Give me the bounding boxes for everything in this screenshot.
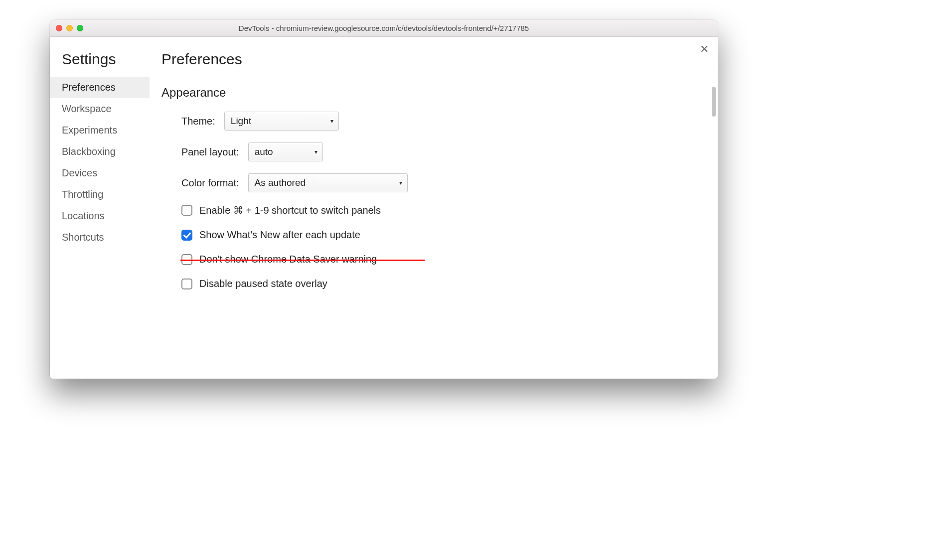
sidebar: Settings Preferences Workspace Experimen…: [50, 37, 150, 379]
panel-layout-row: Panel layout: auto ▾: [161, 142, 698, 161]
page-title: Preferences: [161, 51, 698, 72]
enable-shortcut-row: Enable ⌘ + 1-9 shortcut to switch panels: [161, 204, 698, 216]
color-format-row: Color format: As authored ▾: [161, 173, 698, 192]
close-window-icon[interactable]: [56, 25, 62, 31]
scrollbar-thumb[interactable]: [712, 87, 716, 117]
titlebar: DevTools - chromium-review.googlesource.…: [50, 20, 718, 37]
panel-layout-value: auto: [255, 146, 273, 157]
enable-shortcut-label: Enable ⌘ + 1-9 shortcut to switch panels: [199, 204, 381, 216]
maximize-window-icon[interactable]: [77, 25, 83, 31]
sidebar-item-throttling[interactable]: Throttling: [50, 184, 150, 205]
color-format-select[interactable]: As authored ▾: [248, 173, 408, 192]
panel-layout-select[interactable]: auto ▾: [248, 142, 323, 161]
sidebar-item-blackboxing[interactable]: Blackboxing: [50, 141, 150, 162]
main-panel: ✕ Preferences Appearance Theme: Light ▾ …: [150, 37, 718, 379]
sidebar-item-workspace[interactable]: Workspace: [50, 98, 150, 120]
theme-label: Theme:: [181, 116, 215, 127]
chevron-down-icon: ▾: [330, 118, 333, 125]
chevron-down-icon: ▾: [399, 179, 402, 186]
whats-new-checkbox[interactable]: [181, 230, 192, 241]
data-saver-row: Don't show Chrome Data Saver warning: [161, 254, 698, 265]
chevron-down-icon: ▾: [315, 148, 317, 155]
window-controls: [56, 25, 83, 31]
whats-new-label: Show What's New after each update: [199, 229, 360, 241]
minimize-window-icon[interactable]: [66, 25, 73, 31]
sidebar-item-shortcuts[interactable]: Shortcuts: [50, 227, 150, 248]
window-title: DevTools - chromium-review.googlesource.…: [239, 24, 529, 32]
theme-select[interactable]: Light ▾: [224, 112, 339, 131]
theme-value: Light: [231, 116, 251, 127]
data-saver-label: Don't show Chrome Data Saver warning: [199, 254, 377, 265]
color-format-value: As authored: [255, 177, 306, 188]
paused-overlay-checkbox[interactable]: [181, 279, 192, 289]
sidebar-item-preferences[interactable]: Preferences: [50, 77, 150, 98]
content-area: Settings Preferences Workspace Experimen…: [50, 37, 718, 379]
sidebar-item-devices[interactable]: Devices: [50, 162, 150, 184]
sidebar-title: Settings: [50, 51, 150, 68]
paused-overlay-row: Disable paused state overlay: [161, 278, 698, 289]
sidebar-item-experiments[interactable]: Experiments: [50, 120, 150, 141]
panel-layout-label: Panel layout:: [181, 146, 239, 158]
whats-new-row: Show What's New after each update: [161, 229, 698, 241]
section-appearance: Appearance: [161, 86, 698, 100]
theme-row: Theme: Light ▾: [161, 112, 698, 131]
paused-overlay-label: Disable paused state overlay: [199, 278, 327, 289]
color-format-label: Color format:: [181, 177, 239, 189]
close-icon[interactable]: ✕: [700, 44, 709, 55]
devtools-settings-window: DevTools - chromium-review.googlesource.…: [50, 20, 718, 379]
data-saver-checkbox[interactable]: [181, 254, 192, 265]
enable-shortcut-checkbox[interactable]: [181, 205, 192, 216]
sidebar-item-locations[interactable]: Locations: [50, 205, 150, 227]
